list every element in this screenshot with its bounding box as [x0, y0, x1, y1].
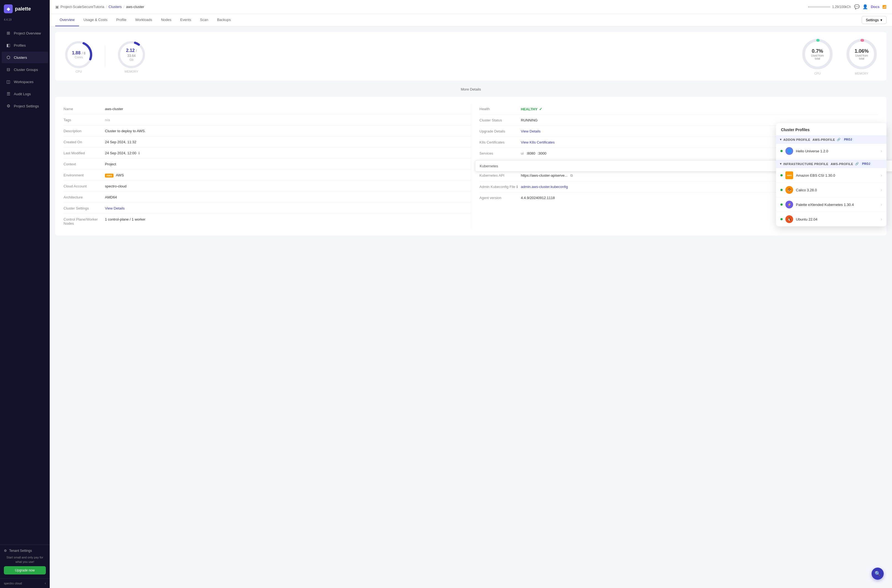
sidebar-label-project-settings: Project Settings	[14, 104, 39, 108]
status-dot-calico	[781, 189, 782, 191]
info-row-nodes: Control Plane/Worker Nodes 1 control-pla…	[63, 214, 471, 229]
usage-text: 1.29/100kCh	[832, 5, 851, 9]
breadcrumb-clusters[interactable]: Clusters	[108, 5, 122, 9]
user-icon[interactable]: 👤	[862, 4, 868, 9]
cpu-donut-container: 0.7% Used from total	[801, 38, 834, 70]
ubuntu-logo: 🐧	[785, 215, 793, 223]
sidebar-label-audit-logs: Audit Logs	[14, 92, 31, 96]
profile-item-ubuntu[interactable]: 🐧 Ubuntu 22.04 ›	[776, 212, 886, 226]
content: 1.88 / 8 Cores CPU	[50, 27, 892, 588]
check-icon: ✓	[539, 107, 542, 111]
popup-title: Cluster Profiles	[776, 123, 886, 135]
sidebar-item-cluster-groups[interactable]: ⊟ Cluster Groups	[2, 64, 48, 75]
tab-events[interactable]: Events	[176, 14, 196, 26]
info-panel: Name aws-cluster Tags n/a Description Cl…	[55, 97, 886, 236]
usage-fill	[808, 6, 809, 8]
tabs-bar: Overview Usage & Costs Profile Workloads…	[50, 14, 892, 27]
usage-progress	[808, 6, 830, 8]
tab-scan[interactable]: Scan	[195, 14, 213, 26]
sidebar-label-project-overview: Project Overview	[14, 31, 41, 35]
info-row-created-on: Created On 24 Sep 2024, 11:32	[63, 136, 471, 148]
tab-profile[interactable]: Profile	[112, 14, 131, 26]
breadcrumb-project[interactable]: Project-ScaleSecureTutoria	[60, 5, 104, 9]
search-fab[interactable]: 🔍	[872, 568, 884, 580]
memory-donut-label: MEMORY	[855, 72, 868, 75]
info-icon-kubeconfig: ℹ	[517, 184, 518, 189]
more-details-link[interactable]: More Details	[55, 85, 886, 94]
calico-logo: 🐯	[785, 186, 793, 194]
copy-icon[interactable]: ⧉	[570, 173, 573, 177]
info-row-cloud-account: Cloud Account spectro-cloud	[63, 181, 471, 192]
sidebar-item-project-settings[interactable]: ⚙ Project Settings	[2, 100, 48, 112]
chevron-right-icon-calico: ›	[881, 188, 882, 192]
info-row-context: Context Project	[63, 159, 471, 170]
sidebar-label-profiles: Profiles	[14, 44, 26, 48]
tab-usage-costs[interactable]: Usage & Costs	[79, 14, 112, 26]
profile-item-amazon-ebs[interactable]: AWS Amazon EBS CSI 1.30.0 ›	[776, 168, 886, 183]
info-row-health: Health HEALTHY ✓	[479, 104, 878, 115]
search-icon: 🔍	[875, 571, 881, 577]
clusters-icon: ⬡	[6, 55, 11, 60]
cpu-donut-text: 0.7% Used from total	[809, 48, 826, 60]
info-col-left: Name aws-cluster Tags n/a Description Cl…	[63, 104, 471, 229]
link-icon-infra: 🔗	[855, 162, 859, 166]
sidebar-nav: ⊞ Project Overview ◧ Profiles ⬡ Clusters…	[0, 25, 50, 544]
palette-k8s-logo: ⚡	[785, 201, 793, 208]
sidebar-label-clusters: Clusters	[14, 56, 27, 60]
upgrade-text: Start small and only pay for what you us…	[4, 555, 46, 564]
chevron-right-icon-palette: ›	[881, 202, 882, 207]
cpu-gauge-container: 1.88 / 8 Cores	[63, 39, 94, 70]
sidebar-item-project-overview[interactable]: ⊞ Project Overview	[2, 27, 48, 39]
tenant-settings[interactable]: ⚙ Tenant Settings	[4, 549, 46, 553]
app-version: 4.4.19	[0, 18, 50, 25]
tab-nodes[interactable]: Nodes	[156, 14, 176, 26]
status-dot-palette	[781, 204, 782, 206]
profile-item-palette-k8s[interactable]: ⚡ Palette eXtended Kubernetes 1.30.4 ›	[776, 197, 886, 212]
sidebar-footer: spectro cloud ‹	[0, 578, 50, 588]
info-row-last-modified: Last Modified 24 Sep 2024, 12:00 ℹ	[63, 148, 471, 159]
topbar: ▣ Project-ScaleSecureTutoria / Clusters …	[50, 0, 892, 14]
aws-badge: AWS	[105, 174, 114, 177]
sidebar-item-clusters[interactable]: ⬡ Clusters	[2, 52, 48, 63]
profile-item-calico[interactable]: 🐯 Calico 3.28.0 ›	[776, 183, 886, 197]
stats-row: 1.88 / 8 Cores CPU	[55, 32, 886, 81]
chevron-down-icon-infra: ▾	[780, 162, 782, 166]
tab-workloads[interactable]: Workloads	[131, 14, 156, 26]
logo-icon: ◈	[4, 4, 13, 13]
upgrade-button[interactable]: Upgrade now	[4, 566, 46, 574]
tabs: Overview Usage & Costs Profile Workloads…	[55, 14, 235, 26]
link-icon: 🔗	[837, 138, 841, 141]
info-grid: Name aws-cluster Tags n/a Description Cl…	[63, 104, 878, 229]
sidebar-item-workspaces[interactable]: ◫ Workspaces	[2, 76, 48, 87]
cpu-donut: 0.7% Used from total CPU	[801, 38, 834, 75]
spectro-cloud-label: spectro cloud	[4, 582, 22, 585]
tab-backups[interactable]: Backups	[213, 14, 235, 26]
infra-profile-header: ▾ INFRASTRUCTURE PROFILE AWS-PROFILE 🔗 P…	[776, 159, 886, 168]
status-dot-ubuntu	[781, 218, 782, 220]
docs-link[interactable]: Docs	[871, 5, 880, 9]
breadcrumb-current: aws-cluster	[126, 5, 144, 9]
project-settings-icon: ⚙	[6, 104, 11, 108]
sidebar-collapse-button[interactable]: ‹	[45, 581, 46, 585]
breadcrumb-icon: ▣	[55, 5, 59, 9]
workspaces-icon: ◫	[6, 79, 11, 84]
divider-1	[105, 45, 105, 68]
profiles-icon: ◧	[6, 43, 11, 48]
app-logo[interactable]: ◈ palette	[0, 0, 50, 18]
addon-profile-header: ▾ ADDON PROFILE AWS-PROFILE 🔗 PROJ	[776, 135, 886, 144]
memory-gauge: 2.12 / 33.64 Gb MEMORY	[116, 39, 147, 73]
cpu-gauge: 1.88 / 8 Cores CPU	[63, 39, 94, 73]
settings-button[interactable]: Settings ▾	[862, 16, 886, 24]
tab-overview[interactable]: Overview	[55, 14, 79, 26]
project-overview-icon: ⊞	[6, 31, 11, 36]
sidebar-item-audit-logs[interactable]: ☰ Audit Logs	[2, 88, 48, 100]
chevron-right-icon: ›	[881, 148, 882, 153]
amazon-ebs-logo: AWS	[785, 171, 793, 179]
sidebar-item-profiles[interactable]: ◧ Profiles	[2, 39, 48, 51]
chat-icon[interactable]: 💬	[854, 4, 860, 9]
stats-right: 0.7% Used from total CPU 1.06%	[801, 38, 878, 75]
profile-item-hello-universe[interactable]: 🌐 Hello Universe 1.2.0 ›	[776, 144, 886, 159]
sidebar-label-workspaces: Workspaces	[14, 80, 33, 84]
info-row-cluster-settings: Cluster Settings View Details	[63, 203, 471, 214]
sidebar: ◈ palette 4.4.19 ⊞ Project Overview ◧ Pr…	[0, 0, 50, 588]
